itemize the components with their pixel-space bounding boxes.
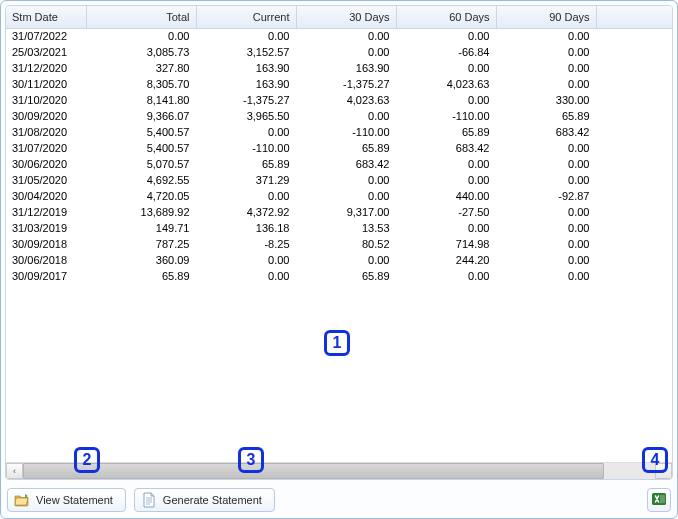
cell-d60: 0.00 — [396, 220, 496, 236]
cell-d120: 4,3 — [596, 188, 672, 204]
scroll-left-button[interactable]: ‹ — [6, 463, 23, 479]
cell-total: 149.71 — [86, 220, 196, 236]
column-header-current[interactable]: Current — [196, 6, 296, 28]
view-statement-button[interactable]: View Statement — [7, 488, 126, 512]
cell-d120: 5,1 — [596, 92, 672, 108]
cell-d120: 1 — [596, 252, 672, 268]
table-row[interactable]: 30/09/20209,366.073,965.500.00-110.0065.… — [6, 108, 672, 124]
cell-d60: -66.84 — [396, 44, 496, 60]
table-container: Stm DateTotalCurrent30 Days60 Days90 Day… — [5, 5, 673, 480]
cell-d90: 0.00 — [496, 252, 596, 268]
statements-panel: Stm DateTotalCurrent30 Days60 Days90 Day… — [0, 0, 678, 519]
cell-date: 31/03/2019 — [6, 220, 86, 236]
table-header: Stm DateTotalCurrent30 Days60 Days90 Day… — [6, 6, 672, 28]
cell-d30: 0.00 — [296, 28, 396, 44]
cell-d90: 0.00 — [496, 268, 596, 284]
cell-date: 31/07/2022 — [6, 28, 86, 44]
cell-total: 0.00 — [86, 28, 196, 44]
cell-current: -1,375.27 — [196, 92, 296, 108]
cell-d120: 4,7 — [596, 140, 672, 156]
cell-total: 360.09 — [86, 252, 196, 268]
horizontal-scrollbar[interactable]: ‹ › — [6, 462, 672, 479]
table-row[interactable]: 30/09/2018787.25-8.2580.52714.980.00 — [6, 236, 672, 252]
svg-rect-1 — [660, 495, 665, 503]
table-row[interactable]: 31/12/201913,689.924,372.929,317.00-27.5… — [6, 204, 672, 220]
export-excel-button[interactable] — [647, 488, 671, 512]
cell-current: -8.25 — [196, 236, 296, 252]
scroll-right-button[interactable]: › — [655, 463, 672, 479]
table-row[interactable]: 31/05/20204,692.55371.290.000.000.004,3 — [6, 172, 672, 188]
cell-d30: 65.89 — [296, 268, 396, 284]
cell-date: 30/06/2018 — [6, 252, 86, 268]
cell-d90: 0.00 — [496, 28, 596, 44]
cell-d60: 0.00 — [396, 28, 496, 44]
cell-d60: 714.98 — [396, 236, 496, 252]
cell-date: 30/09/2020 — [6, 108, 86, 124]
table-row[interactable]: 31/07/20220.000.000.000.000.00 — [6, 28, 672, 44]
cell-d90: 0.00 — [496, 140, 596, 156]
cell-d120 — [596, 236, 672, 252]
excel-icon — [651, 491, 667, 510]
cell-d60: -110.00 — [396, 108, 496, 124]
table-body: 31/07/20220.000.000.000.000.0025/03/2021… — [6, 28, 672, 284]
cell-d120 — [596, 204, 672, 220]
column-header-date[interactable]: Stm Date — [6, 6, 86, 28]
table-row[interactable]: 30/04/20204,720.050.000.00440.00-92.874,… — [6, 188, 672, 204]
cell-total: 9,366.07 — [86, 108, 196, 124]
cell-d30: 0.00 — [296, 252, 396, 268]
cell-date: 31/08/2020 — [6, 124, 86, 140]
table-row[interactable]: 31/03/2019149.71136.1813.530.000.00 — [6, 220, 672, 236]
cell-d120 — [596, 60, 672, 76]
cell-current: 0.00 — [196, 188, 296, 204]
table-row[interactable]: 30/09/201765.890.0065.890.000.00 — [6, 268, 672, 284]
cell-d90: 0.00 — [496, 156, 596, 172]
column-header-total[interactable]: Total — [86, 6, 196, 28]
column-header-d90[interactable]: 90 Days — [496, 6, 596, 28]
cell-d90: 65.89 — [496, 108, 596, 124]
cell-total: 787.25 — [86, 236, 196, 252]
table-row[interactable]: 31/08/20205,400.570.00-110.0065.89683.42… — [6, 124, 672, 140]
document-icon — [141, 492, 157, 508]
column-header-d30[interactable]: 30 Days — [296, 6, 396, 28]
generate-statement-label: Generate Statement — [163, 494, 262, 506]
cell-d120 — [596, 268, 672, 284]
cell-d30: -110.00 — [296, 124, 396, 140]
cell-d30: -1,375.27 — [296, 76, 396, 92]
table-row[interactable]: 31/07/20205,400.57-110.0065.89683.420.00… — [6, 140, 672, 156]
column-header-d120[interactable]: 120 — [596, 6, 672, 28]
cell-d90: 0.00 — [496, 76, 596, 92]
cell-d60: 0.00 — [396, 92, 496, 108]
cell-current: 3,152.57 — [196, 44, 296, 60]
cell-d120: 5,4 — [596, 76, 672, 92]
cell-date: 30/04/2020 — [6, 188, 86, 204]
table-row[interactable]: 30/06/2018360.090.000.00244.200.001 — [6, 252, 672, 268]
cell-total: 8,141.80 — [86, 92, 196, 108]
scroll-track[interactable] — [23, 463, 655, 479]
cell-date: 31/07/2020 — [6, 140, 86, 156]
cell-current: 0.00 — [196, 252, 296, 268]
cell-d60: 440.00 — [396, 188, 496, 204]
cell-total: 327.80 — [86, 60, 196, 76]
cell-date: 31/05/2020 — [6, 172, 86, 188]
generate-statement-button[interactable]: Generate Statement — [134, 488, 275, 512]
cell-d30: 13.53 — [296, 220, 396, 236]
table-row[interactable]: 25/03/20213,085.733,152.570.00-66.840.00 — [6, 44, 672, 60]
cell-d90: 0.00 — [496, 172, 596, 188]
cell-total: 5,400.57 — [86, 124, 196, 140]
cell-d60: 244.20 — [396, 252, 496, 268]
cell-current: -110.00 — [196, 140, 296, 156]
cell-date: 25/03/2021 — [6, 44, 86, 60]
scroll-thumb[interactable] — [23, 463, 604, 479]
cell-current: 371.29 — [196, 172, 296, 188]
table-row[interactable]: 30/11/20208,305.70163.90-1,375.274,023.6… — [6, 76, 672, 92]
column-header-d60[interactable]: 60 Days — [396, 6, 496, 28]
cell-date: 30/09/2017 — [6, 268, 86, 284]
cell-date: 30/11/2020 — [6, 76, 86, 92]
table-row[interactable]: 30/06/20205,070.5765.89683.420.000.004,3 — [6, 156, 672, 172]
cell-total: 4,692.55 — [86, 172, 196, 188]
cell-d30: 4,023.63 — [296, 92, 396, 108]
cell-current: 65.89 — [196, 156, 296, 172]
table-row[interactable]: 31/12/2020327.80163.90163.900.000.00 — [6, 60, 672, 76]
table-row[interactable]: 31/10/20208,141.80-1,375.274,023.630.003… — [6, 92, 672, 108]
view-statement-label: View Statement — [36, 494, 113, 506]
